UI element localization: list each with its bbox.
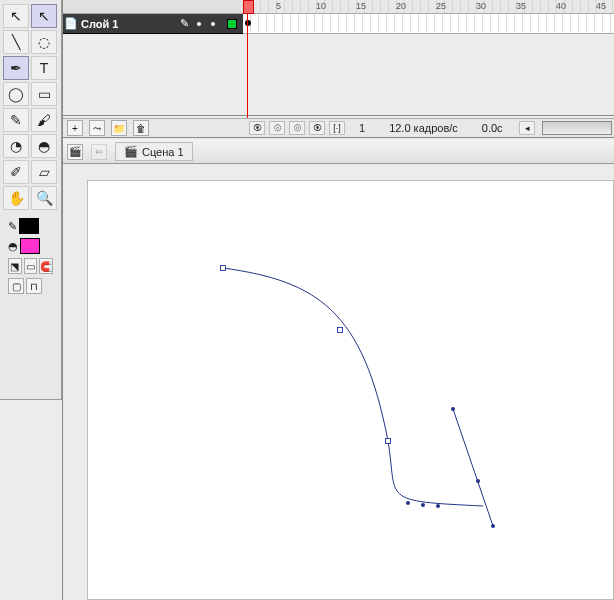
anchor-point[interactable] [385, 438, 391, 444]
layer-icon: 📄 [63, 17, 79, 30]
paint-bucket-tool[interactable]: ◓ [31, 134, 57, 158]
fps-readout: 12.0 кадров/с [379, 122, 468, 134]
ruler-tick: 15 [356, 1, 366, 11]
subselection-tool[interactable]: ↖ [31, 4, 57, 28]
pencil-tool[interactable]: ✎ [3, 108, 29, 132]
drawn-path [88, 181, 613, 599]
ink-bottle-tool[interactable]: ◔ [3, 134, 29, 158]
add-folder-button[interactable]: 📁 [111, 120, 127, 136]
add-layer-button[interactable]: + [67, 120, 83, 136]
canvas-area [73, 170, 614, 600]
svg-point-3 [451, 407, 455, 411]
ruler-tick: 45 [596, 1, 606, 11]
edit-multiple-frames-button[interactable]: ⦿ [309, 121, 325, 135]
elapsed-time-readout: 0.0с [472, 122, 513, 134]
toolbox: ↖↖╲◌✒T◯▭✎🖌◔◓✐▱✋🔍 ✎ ◓ ⬔ ▭ 🧲 ▢ ⊓ [0, 0, 62, 400]
scene-icon: 🎬 [124, 145, 138, 158]
scene-breadcrumb[interactable]: 🎬 Сцена 1 [115, 142, 193, 161]
layer-outline-swatch[interactable] [227, 19, 237, 29]
rectangle-tool[interactable]: ▭ [31, 82, 57, 106]
swap-colors-button[interactable]: ⬔ [8, 258, 22, 274]
center-frame-button[interactable]: ⦿ [249, 121, 265, 135]
scene-bar: 🎬 ⇐ 🎬 Сцена 1 [63, 140, 614, 164]
ruler-tick: 5 [276, 1, 281, 11]
fill-sample-icon: ◓ [8, 240, 18, 253]
onion-skin-outlines-button[interactable]: ⦾ [289, 121, 305, 135]
text-tool[interactable]: T [31, 56, 57, 80]
layer-visible-dot[interactable] [197, 22, 201, 26]
add-motion-guide-button[interactable]: ⤳ [89, 120, 105, 136]
back-button: ⇐ [91, 144, 107, 160]
anchor-point[interactable] [337, 327, 343, 333]
stroke-sample-icon: ✎ [8, 220, 17, 233]
current-frame-readout: 1 [349, 122, 375, 134]
stroke-color-swatch[interactable] [19, 218, 39, 234]
svg-point-5 [476, 479, 480, 483]
ruler-tick: 20 [396, 1, 406, 11]
zoom-tool[interactable]: 🔍 [31, 186, 57, 210]
option-rect-button[interactable]: ▢ [8, 278, 24, 294]
eyedropper-tool[interactable]: ✐ [3, 160, 29, 184]
playhead[interactable] [247, 0, 248, 118]
stage[interactable] [87, 180, 614, 600]
fill-color-swatch[interactable] [20, 238, 40, 254]
layer-pen-icon: ✎ [180, 17, 189, 30]
svg-point-0 [406, 501, 410, 505]
main-area: 51015202530354045 📄 Слой 1 ✎ + ⤳ 📁 🗑 ⦿ ⦾… [62, 0, 614, 600]
ruler-tick: 10 [316, 1, 326, 11]
line-tool[interactable]: ╲ [3, 30, 29, 54]
pen-tool[interactable]: ✒ [3, 56, 29, 80]
edit-scene-button[interactable]: 🎬 [67, 144, 83, 160]
ruler-tick: 40 [556, 1, 566, 11]
frame-strip[interactable] [243, 14, 614, 34]
default-colors-button[interactable]: 🧲 [39, 258, 53, 274]
timeline-status-bar: ⦿ ⦾ ⦾ ⦿ [·] 1 12.0 кадров/с 0.0с ◂ [243, 118, 614, 138]
keyframe-1[interactable] [245, 20, 251, 26]
timeline-ruler[interactable]: 51015202530354045 [63, 0, 614, 14]
scroll-left-button[interactable]: ◂ [519, 121, 535, 135]
svg-point-4 [491, 524, 495, 528]
anchor-point[interactable] [220, 265, 226, 271]
layer-name: Слой 1 [79, 18, 180, 30]
ruler-tick: 30 [476, 1, 486, 11]
scene-name: Сцена 1 [142, 146, 184, 158]
layer-row[interactable]: 📄 Слой 1 ✎ [63, 14, 243, 34]
hand-tool[interactable]: ✋ [3, 186, 29, 210]
ruler-tick: 35 [516, 1, 526, 11]
layer-lock-dot[interactable] [211, 22, 215, 26]
lasso-tool[interactable]: ◌ [31, 30, 57, 54]
option-magnet-button[interactable]: ⊓ [26, 278, 42, 294]
eraser-tool[interactable]: ▱ [31, 160, 57, 184]
timeline-body [63, 34, 614, 116]
brush-tool[interactable]: 🖌 [31, 108, 57, 132]
svg-point-1 [421, 503, 425, 507]
timeline-scrollbar[interactable] [542, 121, 612, 135]
ruler-tick: 25 [436, 1, 446, 11]
modify-onion-markers-button[interactable]: [·] [329, 121, 345, 135]
layer-footer: + ⤳ 📁 🗑 [63, 118, 243, 138]
delete-layer-button[interactable]: 🗑 [133, 120, 149, 136]
selection-tool[interactable]: ↖ [3, 4, 29, 28]
oval-tool[interactable]: ◯ [3, 82, 29, 106]
svg-point-2 [436, 504, 440, 508]
onion-skin-button[interactable]: ⦾ [269, 121, 285, 135]
no-color-button[interactable]: ▭ [24, 258, 38, 274]
